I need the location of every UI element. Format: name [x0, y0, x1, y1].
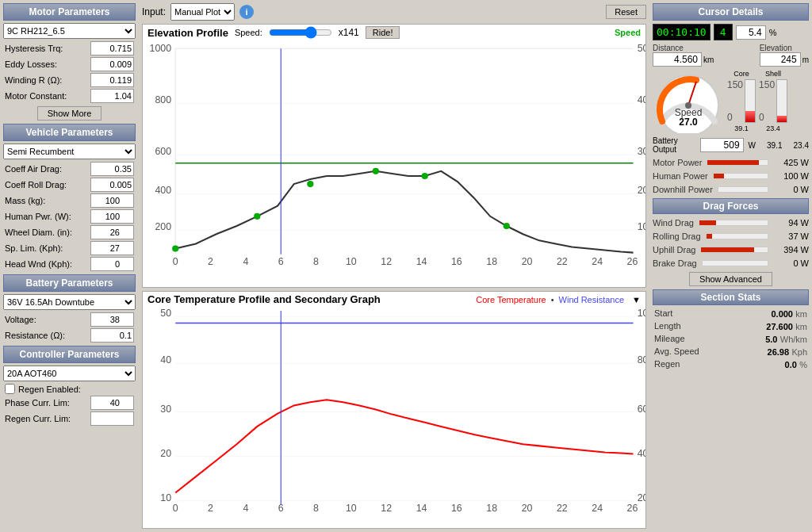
rolling-drag-value: 37 W	[773, 232, 809, 241]
coeff-roll-input[interactable]	[90, 178, 134, 192]
svg-text:26: 26	[627, 256, 638, 267]
sp-lim-input[interactable]	[90, 241, 134, 255]
core-temp-block: Core 150 0 39.1	[727, 70, 756, 132]
svg-point-17	[172, 245, 178, 251]
svg-text:40: 40	[160, 354, 171, 366]
regen-unit: %	[799, 360, 807, 369]
cursor-details-header: Cursor Details	[653, 3, 809, 21]
legend-dropdown-arrow[interactable]: ▼	[632, 295, 641, 304]
human-power-fill	[714, 174, 725, 178]
drag-forces-header: Drag Forces	[653, 198, 809, 214]
coeff-air-input[interactable]	[90, 162, 134, 176]
controller-model-select[interactable]: 20A AOT460	[3, 366, 136, 381]
svg-text:50: 50	[638, 43, 645, 54]
uphill-drag-value: 394 W	[773, 245, 809, 255]
bottom-chart-svg: 50 40 30 20 10 100 80 60 40 20 0 2	[143, 307, 645, 513]
left-panel: Motor Parameters 9C RH212_6.5 Hysteresis…	[0, 0, 139, 532]
svg-point-19	[307, 181, 313, 187]
show-advanced-button[interactable]: Show Advanced	[689, 272, 772, 286]
shell-temp-display: 23.4	[794, 141, 809, 150]
mass-label: Mass (kg):	[5, 196, 90, 205]
wind-drag-fill	[699, 220, 717, 225]
core-temp-display: 39.1	[767, 141, 782, 150]
regen-enabled-label: Regen Enabled:	[18, 385, 134, 394]
core-label: Core	[733, 70, 749, 78]
battery-output-value[interactable]	[700, 138, 744, 152]
motor-constant-label: Motor Constant:	[5, 91, 90, 101]
mileage-value: 5.0	[765, 335, 777, 344]
input-bar: Input: Manual Plot GPS File i Reset	[142, 3, 646, 21]
input-mode-select[interactable]: Manual Plot GPS File	[170, 3, 235, 21]
mass-input[interactable]	[90, 193, 134, 208]
percent-input[interactable]	[736, 25, 766, 40]
elevation-unit: m	[802, 55, 809, 64]
reset-button[interactable]: Reset	[606, 5, 646, 19]
bottom-chart-container: Core Temperature Profile and Secondary G…	[142, 291, 646, 529]
svg-text:10: 10	[346, 503, 357, 513]
wind-drag-row: Wind Drag 94 W	[653, 217, 809, 228]
svg-text:14: 14	[416, 503, 427, 513]
downhill-power-value: 0 W	[773, 185, 809, 194]
start-unit: km	[795, 309, 807, 319]
svg-text:10: 10	[160, 492, 171, 503]
svg-text:27.0: 27.0	[679, 117, 698, 128]
cursor-number: 4	[714, 24, 733, 40]
uphill-drag-bar	[700, 247, 768, 253]
uphill-drag-row: Uphill Drag 394 W	[653, 244, 809, 255]
battery-model-select[interactable]: 36V 16.5Ah Downtube	[3, 294, 136, 310]
brake-drag-row: Brake Drag 0 W	[653, 258, 809, 269]
battery-output-row: Battery Output W 39.1 23.4	[653, 136, 809, 154]
svg-text:16: 16	[451, 503, 462, 513]
coeff-roll-row: Coeff Roll Drag:	[3, 178, 136, 192]
svg-text:24: 24	[592, 503, 603, 513]
human-power-value: 100 W	[773, 171, 809, 181]
head-wnd-input[interactable]	[90, 257, 134, 271]
distance-value[interactable]	[653, 52, 702, 67]
elevation-chart[interactable]: 1000 800 600 400 200 50 40 30 20 10	[143, 40, 645, 270]
eddy-row: Eddy Losses:	[3, 57, 136, 71]
resistance-label: Resistance (Ω):	[5, 331, 90, 340]
winding-input[interactable]	[90, 73, 134, 87]
length-value: 27.600	[766, 322, 793, 331]
svg-text:1000: 1000	[150, 43, 172, 54]
elevation-chart-title: Elevation Profile	[147, 27, 228, 39]
svg-text:0: 0	[173, 256, 178, 267]
elevation-svg: 1000 800 600 400 200 50 40 30 20 10	[143, 40, 645, 270]
motor-constant-input[interactable]	[90, 89, 134, 103]
legend-core-temp: Core Temperature	[476, 295, 546, 304]
regen-curr-input[interactable]	[90, 411, 134, 426]
elevation-value[interactable]	[760, 52, 801, 67]
svg-text:100: 100	[638, 308, 645, 319]
show-more-button[interactable]: Show More	[37, 106, 102, 121]
core-temp-value: 39.1	[734, 124, 749, 132]
regen-enabled-checkbox[interactable]	[5, 384, 15, 394]
human-pwr-input[interactable]	[90, 209, 134, 224]
voltage-input[interactable]	[90, 312, 134, 327]
downhill-power-label: Downhill Power	[653, 185, 713, 194]
phase-curr-input[interactable]	[90, 396, 134, 410]
brake-drag-label: Brake Drag	[653, 258, 697, 268]
ride-button[interactable]: Ride!	[366, 26, 400, 39]
svg-text:0: 0	[173, 503, 178, 513]
hysteresis-input[interactable]	[90, 41, 134, 55]
wheel-diam-row: Wheel Diam. (in):	[3, 225, 136, 239]
elevation-block: Elevation m	[760, 44, 809, 67]
section-stats-header: Section Stats	[653, 289, 809, 305]
svg-point-18	[254, 213, 260, 220]
wheel-diam-input[interactable]	[90, 225, 134, 239]
speed-slider[interactable]	[269, 26, 332, 39]
svg-text:16: 16	[451, 256, 462, 267]
motor-model-select[interactable]: 9C RH212_6.5	[3, 23, 136, 39]
vehicle-type-select[interactable]: Semi Recumbent	[3, 144, 136, 159]
sp-lim-row: Sp. Lim. (Kph):	[3, 241, 136, 255]
svg-text:14: 14	[416, 256, 427, 267]
coeff-air-label: Coeff Air Drag:	[5, 164, 90, 174]
avg-speed-stat-row: Avg. Speed 26.98 Kph	[653, 346, 809, 358]
voltage-row: Voltage:	[3, 312, 136, 327]
info-button[interactable]: i	[239, 5, 254, 19]
battery-output-label: Battery Output	[653, 136, 695, 154]
svg-text:200: 200	[155, 221, 171, 232]
speed-green-label: Speed	[615, 28, 641, 37]
eddy-input[interactable]	[90, 57, 134, 71]
resistance-input[interactable]	[90, 328, 134, 343]
